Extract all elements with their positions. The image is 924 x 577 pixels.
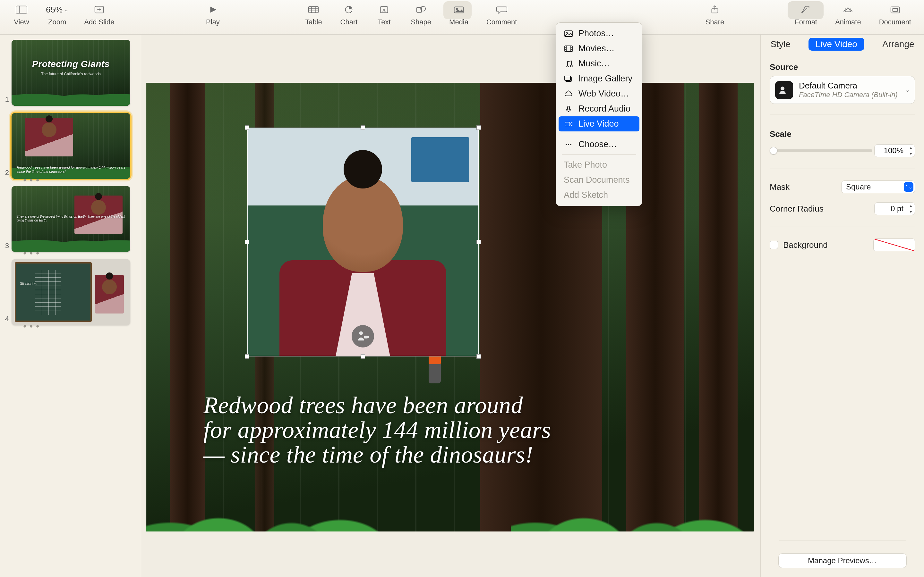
- slide-thumb-4[interactable]: 4 35 stories ● ● ●: [11, 259, 137, 325]
- shape-label: Shape: [411, 18, 431, 26]
- comment-label: Comment: [486, 18, 517, 26]
- text-button[interactable]: A Text: [375, 3, 393, 26]
- corner-radius-field[interactable]: ▴▾: [874, 202, 915, 215]
- slide-number: 2: [1, 169, 9, 177]
- svg-rect-21: [893, 8, 897, 11]
- svg-point-39: [568, 144, 569, 145]
- menu-item-choose[interactable]: Choose…: [559, 137, 640, 152]
- menu-item-add-sketch: Add Sketch: [559, 187, 640, 203]
- add-slide-button[interactable]: Add Slide: [84, 3, 114, 26]
- slide-number: 4: [1, 315, 9, 323]
- resize-handle[interactable]: [477, 240, 481, 244]
- mic-icon: [564, 105, 573, 113]
- media-button[interactable]: Media: [449, 3, 468, 26]
- comment-button[interactable]: Comment: [486, 3, 517, 26]
- corner-radius-stepper[interactable]: ▴▾: [907, 202, 915, 215]
- shape-button[interactable]: Shape: [411, 3, 431, 26]
- mask-select[interactable]: Square ⌃⌄: [841, 181, 915, 193]
- slide-number: 1: [1, 95, 9, 104]
- menu-item-photos[interactable]: Photos…: [559, 26, 640, 41]
- slide-canvas[interactable]: Redwood trees have been around for appro…: [145, 83, 754, 532]
- mask-value: Square: [846, 182, 871, 191]
- document-button[interactable]: Document: [879, 3, 911, 26]
- cloud-icon: [564, 90, 573, 98]
- menu-item-label: Add Sketch: [564, 190, 608, 200]
- caption-line: Redwood trees have been around: [204, 393, 551, 418]
- slide-thumb-1[interactable]: 1 Protecting Giants The future of Califo…: [11, 40, 137, 106]
- share-button[interactable]: Share: [706, 3, 724, 26]
- format-button[interactable]: Format: [795, 3, 817, 26]
- menu-separator: [562, 155, 636, 155]
- manage-previews-button[interactable]: Manage Previews…: [779, 553, 907, 568]
- resize-handle[interactable]: [360, 125, 365, 130]
- table-button[interactable]: Table: [305, 3, 322, 26]
- format-icon: [797, 3, 814, 16]
- tab-arrange[interactable]: Arrange: [875, 38, 921, 51]
- source-subtitle: FaceTime HD Camera (Built-in): [799, 91, 898, 99]
- svg-rect-0: [16, 6, 27, 13]
- resize-handle[interactable]: [245, 125, 249, 130]
- resize-handle[interactable]: [245, 240, 249, 244]
- zoom-button[interactable]: 65% ⌄ Zoom: [48, 3, 66, 26]
- view-button[interactable]: View: [13, 3, 30, 26]
- svg-point-38: [565, 144, 567, 145]
- zoom-value: 65%: [46, 5, 63, 15]
- svg-marker-5: [210, 7, 216, 13]
- thumb-title: Protecting Giants: [11, 59, 130, 69]
- add-slide-label: Add Slide: [84, 18, 114, 26]
- mask-label: Mask: [770, 182, 790, 192]
- shape-icon: [412, 3, 430, 16]
- gallery-icon: [564, 75, 573, 83]
- canvas-area[interactable]: Redwood trees have been around for appro…: [141, 35, 760, 577]
- menu-item-image-gallery[interactable]: Image Gallery: [559, 71, 640, 86]
- menu-item-label: Choose…: [578, 139, 617, 149]
- share-label: Share: [706, 18, 724, 26]
- background-color-swatch[interactable]: [873, 239, 915, 251]
- menu-separator: [562, 134, 636, 134]
- menu-item-label: Take Photo: [564, 160, 607, 170]
- scale-stepper[interactable]: ▴▾: [907, 144, 915, 157]
- scale-input[interactable]: [875, 146, 907, 155]
- media-menu: Photos… Movies… Music… Image Gallery Web…: [556, 23, 642, 206]
- menu-item-music[interactable]: Music…: [559, 56, 640, 71]
- svg-point-40: [570, 144, 572, 145]
- resize-handle[interactable]: [477, 354, 481, 359]
- tab-live-video[interactable]: Live Video: [809, 38, 864, 51]
- text-icon: A: [375, 3, 393, 16]
- live-video-object[interactable]: [247, 127, 479, 356]
- resize-handle[interactable]: [360, 354, 365, 359]
- menu-item-movies[interactable]: Movies…: [559, 41, 640, 56]
- resize-handle[interactable]: [477, 125, 481, 130]
- slide-thumb-3[interactable]: 3 They are one of the largest living thi…: [11, 186, 137, 252]
- slide-caption[interactable]: Redwood trees have been around for appro…: [204, 393, 551, 467]
- thumb-subtitle: The future of California's redwoods: [11, 72, 130, 76]
- menu-item-label: Image Gallery: [578, 74, 632, 84]
- slides-navigator[interactable]: 1 Protecting Giants The future of Califo…: [0, 35, 141, 577]
- menu-item-record-audio[interactable]: Record Audio: [559, 101, 640, 116]
- background-checkbox[interactable]: [770, 241, 778, 249]
- source-selector[interactable]: Default Camera FaceTime HD Camera (Built…: [770, 76, 915, 104]
- menu-item-label: Photos…: [578, 29, 614, 39]
- menu-item-web-video[interactable]: Web Video…: [559, 86, 640, 101]
- source-name: Default Camera: [799, 81, 898, 91]
- scale-field[interactable]: ▴▾: [874, 144, 915, 157]
- svg-rect-34: [567, 106, 569, 110]
- media-icon: [450, 3, 467, 16]
- svg-marker-37: [570, 122, 572, 126]
- chart-button[interactable]: Chart: [340, 3, 357, 26]
- select-chevron-icon: ⌃⌄: [904, 182, 913, 192]
- sidebar-icon: [13, 3, 30, 16]
- thumb-caption: 35 stories: [20, 282, 37, 286]
- play-button[interactable]: Play: [204, 3, 221, 26]
- tab-style[interactable]: Style: [763, 38, 797, 51]
- animate-button[interactable]: Animate: [835, 3, 861, 26]
- menu-item-label: Live Video: [578, 119, 619, 129]
- resize-handle[interactable]: [245, 354, 249, 359]
- slide-number: 3: [1, 242, 9, 250]
- caption-line: — since the time of the dinosaurs!: [204, 442, 551, 467]
- corner-radius-input[interactable]: [875, 204, 907, 213]
- slide-thumb-2[interactable]: 2 Redwood trees have been around for app…: [11, 113, 137, 179]
- menu-item-live-video[interactable]: Live Video: [559, 116, 640, 131]
- play-label: Play: [206, 18, 220, 26]
- scale-slider[interactable]: [770, 149, 872, 152]
